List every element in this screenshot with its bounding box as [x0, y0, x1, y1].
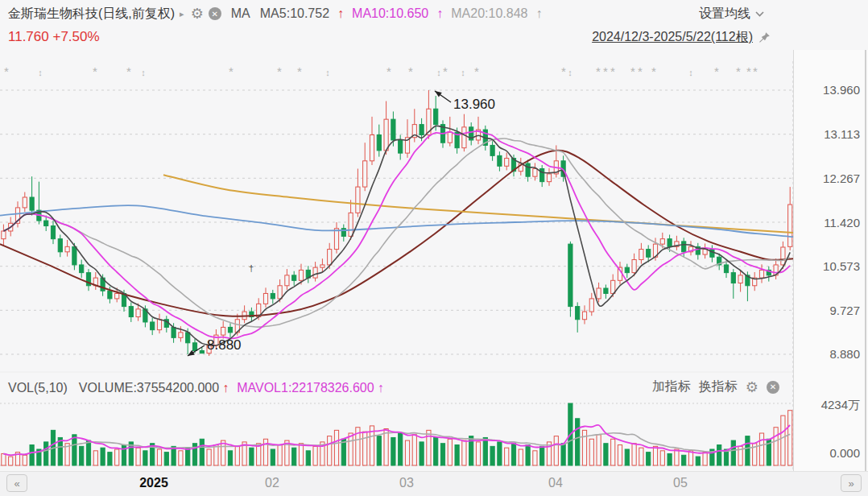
- vol-indicator-label: VOL(5,10): [8, 381, 68, 395]
- svg-text:*: *: [386, 64, 391, 78]
- svg-text:↕: ↕: [325, 68, 330, 77]
- mavol1-up-arrow: ↑: [378, 381, 384, 395]
- time-axis-label-04: 04: [548, 476, 563, 490]
- svg-text:↕: ↕: [436, 68, 441, 77]
- svg-text:†: †: [249, 263, 254, 273]
- svg-text:8.880: 8.880: [207, 337, 242, 353]
- ma-settings-label: 设置均线: [699, 6, 750, 23]
- time-axis-label-03: 03: [399, 476, 414, 490]
- switch-indicator-button[interactable]: 换指标: [699, 378, 738, 395]
- stock-chart-app: *↕**↕***↕**↕*↕**↕******↕****†13.9608.880…: [0, 0, 868, 496]
- price-axis-label: 9.727: [796, 304, 860, 317]
- svg-text:*: *: [596, 64, 601, 78]
- candlestick-chart-canvas[interactable]: *↕**↕***↕**↕*↕**↕******↕****†13.9608.880: [0, 0, 868, 496]
- svg-text:*: *: [408, 64, 413, 78]
- svg-text:*: *: [229, 64, 234, 78]
- scrollbar-track[interactable]: [865, 50, 866, 471]
- svg-text:*: *: [746, 64, 751, 78]
- ma5-up-arrow: ↑: [337, 6, 344, 21]
- price-axis-label: 10.573: [796, 259, 860, 273]
- volume-close-icon[interactable]: ✕: [767, 381, 779, 394]
- last-price-and-change: 11.760 +7.50%: [8, 29, 100, 45]
- price-axis-label: 12.267: [796, 172, 860, 185]
- svg-text:*: *: [753, 64, 758, 78]
- last-price: 11.760: [8, 29, 49, 44]
- svg-text:*: *: [610, 64, 615, 78]
- ma-close-icon[interactable]: ✕: [209, 7, 221, 20]
- ma-gear-icon[interactable]: ⚙: [191, 6, 204, 21]
- svg-text:↕: ↕: [141, 68, 146, 77]
- volume-value: VOLUME:37554200.000: [79, 381, 219, 395]
- scroll-left-button[interactable]: «: [6, 474, 27, 492]
- svg-text:*: *: [4, 64, 9, 78]
- mavol1-value: MAVOL1:22178326.600: [237, 381, 374, 395]
- svg-text:*: *: [630, 64, 635, 78]
- svg-text:↕: ↕: [568, 68, 572, 77]
- ma5-value: MA5:10.752: [260, 6, 329, 21]
- chart-header: 金斯瑞生物科技(日线,前复权) ▸ ⚙ ✕ MA MA5:10.752 ↑ MA…: [0, 0, 793, 27]
- svg-text:*: *: [714, 64, 719, 78]
- svg-text:*: *: [736, 64, 741, 78]
- pin-icon[interactable]: [758, 31, 771, 44]
- svg-text:*: *: [561, 64, 566, 78]
- price-row: 11.760 +7.50% 2024/12/3-2025/5/22(112根): [0, 27, 793, 50]
- ma-settings-button[interactable]: 设置均线: [699, 6, 764, 23]
- time-axis: 2025 02 03 04 05 « »: [0, 471, 868, 496]
- svg-text:↕: ↕: [38, 68, 43, 77]
- price-axis-label: 8.880: [796, 347, 860, 361]
- title-dropdown-icon[interactable]: ▸: [180, 9, 184, 19]
- volume-axis-max-label: 4234万: [796, 398, 860, 413]
- svg-text:↕: ↕: [461, 68, 465, 77]
- price-axis-label: 11.420: [796, 216, 860, 229]
- price-axis-label: 13.960: [796, 83, 860, 97]
- ma10-value: MA10:10.650: [352, 6, 428, 21]
- price-axis-label: 13.113: [796, 127, 860, 141]
- svg-text:*: *: [443, 64, 448, 78]
- volume-axis-min-label: 0.000: [796, 446, 860, 460]
- svg-text:*: *: [297, 64, 302, 78]
- svg-text:*: *: [126, 64, 131, 78]
- volume-gear-icon[interactable]: ⚙: [746, 380, 758, 395]
- chevron-down-icon: [755, 11, 764, 17]
- svg-text:*: *: [638, 64, 643, 78]
- volume-toolbar: 加指标 换指标 ⚙ ✕: [652, 378, 779, 395]
- stock-title[interactable]: 金斯瑞生物科技(日线,前复权): [8, 6, 175, 23]
- time-axis-label-2025: 2025: [139, 476, 168, 490]
- ma-indicator-label: MA: [231, 6, 250, 21]
- ma20-value: MA20:10.848: [451, 6, 527, 21]
- svg-text:*: *: [651, 64, 656, 78]
- add-indicator-button[interactable]: 加指标: [652, 378, 691, 395]
- time-axis-label-05: 05: [673, 476, 688, 490]
- time-axis-label-02: 02: [265, 476, 279, 490]
- svg-text:*: *: [93, 64, 97, 78]
- svg-text:*: *: [603, 64, 608, 78]
- change-percent: +7.50%: [52, 29, 99, 44]
- svg-text:13.960: 13.960: [453, 97, 495, 112]
- svg-text:↕: ↕: [688, 68, 693, 77]
- volume-up-arrow: ↑: [222, 381, 229, 395]
- scroll-right-button[interactable]: »: [841, 474, 862, 492]
- ma20-up-arrow: ↑: [535, 6, 542, 21]
- date-range-label[interactable]: 2024/12/3-2025/5/22(112根): [592, 29, 753, 46]
- ma10-up-arrow: ↑: [436, 6, 443, 21]
- svg-text:*: *: [474, 64, 479, 78]
- svg-text:*: *: [277, 64, 282, 78]
